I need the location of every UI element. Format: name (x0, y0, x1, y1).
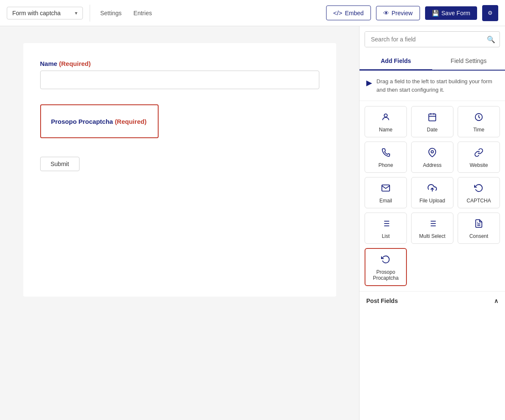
captcha-box-label: Prosopo Procaptcha (Required) (51, 118, 147, 125)
eye-icon: 👁 (383, 10, 389, 16)
save-form-button[interactable]: 💾 Save Form (425, 6, 477, 20)
captcha-required-badge: (Required) (115, 118, 146, 125)
tab-add-fields[interactable]: Add Fields (360, 52, 432, 71)
field-card-name[interactable]: Name (365, 106, 407, 137)
website-card-label: Website (469, 162, 488, 168)
main-layout: Name (Required) Prosopo Procaptcha (Requ… (0, 26, 505, 420)
name-field-group: Name (Required) (40, 60, 319, 89)
address-card-label: Address (423, 162, 442, 168)
code-icon: </> (333, 9, 343, 16)
embed-button[interactable]: </> Embed (326, 5, 371, 20)
file-upload-card-label: File Upload (420, 198, 445, 204)
file-upload-icon (428, 183, 437, 195)
settings-nav-link[interactable]: Settings (97, 8, 125, 18)
captcha-field-group: Prosopo Procaptcha (Required) (40, 104, 319, 138)
field-card-email[interactable]: Email (365, 177, 407, 208)
form-inner: Name (Required) Prosopo Procaptcha (Requ… (23, 43, 336, 297)
phone-icon (381, 148, 390, 160)
list-card-label: List (382, 233, 390, 239)
consent-icon (474, 219, 483, 231)
search-icon: 🔍 (487, 36, 495, 43)
field-card-captcha[interactable]: CAPTCHA (458, 177, 500, 208)
field-card-time[interactable]: Time (458, 106, 500, 137)
prosopo-card-label: Prosopo Procaptcha (369, 269, 403, 281)
fields-section: Name Date Time Phone Address Website Ema… (360, 101, 505, 291)
gear-icon: ⚙ (488, 10, 493, 16)
tab-field-settings[interactable]: Field Settings (432, 52, 505, 70)
email-card-label: Email (379, 198, 392, 204)
name-field-label: Name (Required) (40, 60, 319, 67)
prosopo-icon (381, 255, 390, 267)
website-icon (474, 148, 483, 160)
preview-label: Preview (392, 10, 413, 16)
address-icon (428, 148, 437, 160)
chevron-down-icon: ▾ (75, 10, 77, 16)
preview-button[interactable]: 👁 Preview (376, 6, 420, 20)
date-icon (428, 112, 437, 124)
form-selector[interactable]: Form with captcha ▾ (7, 7, 83, 19)
submit-section: Submit (40, 150, 319, 171)
name-label-text: Name (40, 60, 58, 67)
form-canvas: Name (Required) Prosopo Procaptcha (Requ… (0, 26, 359, 420)
arrow-icon: ▶ (366, 78, 372, 87)
save-icon: 💾 (432, 10, 439, 16)
list-icon (381, 219, 390, 231)
name-card-label: Name (379, 127, 392, 133)
search-bar: 🔍 (365, 31, 500, 47)
entries-nav-link[interactable]: Entries (130, 8, 156, 18)
save-label: Save Form (442, 10, 470, 16)
search-input[interactable] (365, 32, 483, 47)
field-card-list[interactable]: List (365, 213, 407, 244)
panel-hint: ▶ Drag a field to the left to start buil… (360, 71, 505, 101)
field-card-date[interactable]: Date (411, 106, 453, 137)
multi-select-icon (428, 219, 437, 231)
hint-text: Drag a field to the left to start buildi… (376, 77, 498, 94)
post-fields-header[interactable]: Post Fields ∧ (360, 291, 505, 310)
field-card-multi-select[interactable]: Multi Select (411, 213, 453, 244)
time-card-label: Time (473, 127, 484, 133)
name-icon (381, 112, 390, 124)
field-card-file-upload[interactable]: File Upload (411, 177, 453, 208)
svg-point-0 (384, 114, 387, 117)
captcha-icon (474, 183, 483, 195)
form-selector-label: Form with captcha (12, 10, 71, 16)
date-card-label: Date (427, 127, 437, 133)
post-fields-chevron-icon: ∧ (494, 297, 498, 304)
time-icon (474, 112, 483, 124)
topbar-divider (90, 5, 90, 22)
submit-button[interactable]: Submit (40, 157, 80, 171)
field-card-consent[interactable]: Consent (458, 213, 500, 244)
right-panel: 🔍 Add Fields Field Settings ▶ Drag a fie… (359, 26, 505, 420)
field-card-website[interactable]: Website (458, 142, 500, 173)
svg-rect-1 (429, 114, 436, 121)
email-icon (381, 183, 390, 195)
svg-point-6 (431, 150, 434, 153)
name-required-badge: (Required) (59, 60, 91, 67)
captcha-card-label: CAPTCHA (467, 198, 491, 204)
phone-card-label: Phone (379, 162, 393, 168)
topbar: Form with captcha ▾ Settings Entries </>… (0, 0, 505, 26)
captcha-label-text: Prosopo Procaptcha (51, 118, 113, 125)
field-card-phone[interactable]: Phone (365, 142, 407, 173)
field-card-prosopo[interactable]: Prosopo Procaptcha (365, 248, 407, 286)
panel-tabs: Add Fields Field Settings (360, 52, 505, 71)
embed-label: Embed (345, 10, 363, 16)
field-card-address[interactable]: Address (411, 142, 453, 173)
search-button[interactable]: 🔍 (483, 32, 500, 47)
captcha-box: Prosopo Procaptcha (Required) (40, 104, 159, 138)
multi-select-card-label: Multi Select (419, 233, 445, 239)
fields-grid: Name Date Time Phone Address Website Ema… (365, 106, 500, 286)
post-fields-content (360, 310, 505, 319)
settings-gear-button[interactable]: ⚙ (482, 5, 498, 21)
consent-card-label: Consent (469, 233, 489, 239)
post-fields-label: Post Fields (366, 297, 398, 304)
name-input[interactable] (40, 71, 319, 89)
